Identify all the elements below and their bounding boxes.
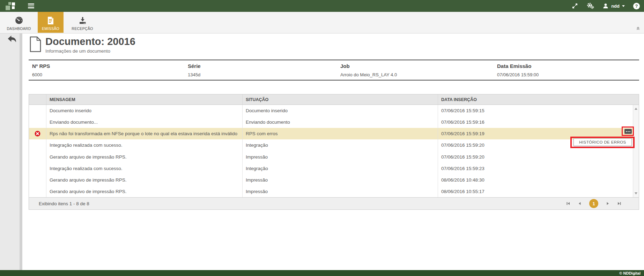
info-value-job: Arroio do Meio_RS_LAY 4.0 [340, 72, 397, 77]
tab-recepcao-label: RECEPÇÃO [72, 26, 93, 31]
previous-page-button[interactable] [578, 201, 582, 206]
left-sidebar [0, 33, 20, 270]
row-situacao: Integração [242, 139, 438, 151]
gauge-icon [14, 16, 24, 25]
help-icon[interactable]: ? [633, 3, 640, 9]
menu-hamburger-icon[interactable] [28, 3, 35, 9]
info-label-job: Job [340, 63, 397, 69]
page-subtitle: Informações de um documento [45, 48, 135, 54]
sidebar-divider [20, 33, 22, 270]
user-menu[interactable]: ndd [602, 3, 625, 9]
annotation-highlight-tooltip [570, 137, 635, 148]
copyright-text: © NDDigital [619, 271, 641, 275]
table-row[interactable]: Gerando arquivo de impressão RPS. Impres… [29, 174, 633, 186]
pager-summary: Exibindo itens 1 - 8 de 8 [39, 201, 89, 206]
tab-recepcao[interactable]: RECEPÇÃO [66, 12, 99, 33]
last-page-button[interactable] [617, 201, 621, 206]
table-rows: Documento inserido Documento inserido 07… [29, 105, 633, 197]
settings-gears-icon[interactable] [586, 2, 594, 9]
column-header-situacao[interactable]: SITUAÇÃO [242, 94, 438, 105]
table-row[interactable]: Enviando documento... Enviando documento… [29, 116, 633, 128]
row-mensagem: Rps não foi transformada em NFSe porque … [46, 128, 242, 139]
row-mensagem: Integração realizada com sucesso. [46, 139, 242, 151]
table-footer: Exibindo itens 1 - 8 de 8 1 [29, 197, 639, 209]
first-page-button[interactable] [566, 201, 570, 206]
vertical-scrollbar[interactable] [633, 105, 639, 197]
row-situacao: Impressão [242, 151, 438, 163]
row-data-insercao: 07/06/2016 15:59:15 [438, 105, 633, 116]
table-row[interactable]: Gerando arquivo de impressão RPS. Impres… [29, 186, 633, 197]
row-data-insercao: 07/06/2016 15:59:23 [438, 163, 633, 174]
column-header-data-insercao[interactable]: DATA INSERÇÃO [438, 94, 639, 105]
module-toolbar: DASHBOARD EMISSÃO RECEPÇÃO [0, 12, 644, 33]
row-data-insercao: 07/06/2016 15:59:16 [438, 116, 633, 128]
row-situacao: Enviando documento [242, 116, 438, 128]
scroll-down-icon[interactable] [635, 192, 637, 194]
back-button[interactable] [7, 35, 17, 46]
collapse-toolbar-icon[interactable] [636, 25, 641, 32]
table-row-error[interactable]: Rps não foi transformada em NFSe porque … [29, 128, 633, 139]
document-icon [47, 16, 54, 25]
row-situacao: RPS com erros [242, 128, 438, 139]
table-header: MENSAGEM SITUAÇÃO DATA INSERÇÃO [29, 94, 639, 105]
info-label-rps: Nº RPS [32, 63, 50, 69]
tab-dashboard[interactable]: DASHBOARD [2, 12, 36, 33]
row-data-insercao: 08/06/2016 10:48:30 [438, 174, 633, 186]
column-header-mensagem[interactable]: MENSAGEM [46, 94, 242, 105]
info-value-serie: 1345d [188, 72, 201, 77]
next-page-button[interactable] [606, 201, 610, 206]
app-logo [6, 1, 16, 11]
bottom-status-bar: © NDDigital [0, 270, 644, 276]
table-row[interactable]: Integração realizada com sucesso. Integr… [29, 139, 633, 151]
tab-emissao-label: EMISSÃO [42, 26, 59, 31]
tab-dashboard-label: DASHBOARD [7, 26, 31, 31]
row-mensagem: Gerando arquivo de impressão RPS. [46, 174, 242, 186]
row-mensagem: Documento inserido [46, 105, 242, 116]
row-data-insercao: 07/06/2016 15:59:20 [438, 151, 633, 163]
row-data-insercao: 08/06/2016 10:55:17 [438, 186, 633, 197]
info-label-data-emissao: Data Emissão [497, 63, 539, 69]
fullscreen-icon[interactable] [572, 3, 578, 9]
scroll-up-icon[interactable] [635, 108, 637, 110]
page-title: Documento: 20016 [45, 36, 135, 47]
row-situacao: Integração [242, 163, 438, 174]
info-label-serie: Série [188, 63, 201, 69]
user-name: ndd [611, 3, 620, 9]
chevron-down-icon [622, 5, 625, 7]
table-row[interactable]: Documento inserido Documento inserido 07… [29, 105, 633, 116]
info-value-data-emissao: 07/06/2016 15:59:00 [497, 72, 539, 77]
row-situacao: Impressão [242, 186, 438, 197]
tab-emissao[interactable]: EMISSÃO [38, 12, 64, 33]
current-page-button[interactable]: 1 [589, 199, 598, 208]
application-window: ndd ? DASHBOARD [0, 0, 644, 276]
table-row[interactable]: Integração realizada com sucesso. Integr… [29, 163, 633, 174]
back-arrow-icon [7, 35, 17, 44]
messages-table: MENSAGEM SITUAÇÃO DATA INSERÇÃO Document… [29, 94, 639, 210]
document-info-panel: Nº RPS 6000 Série 1345d Job Arroio do Me… [29, 60, 639, 80]
row-mensagem: Enviando documento... [46, 116, 242, 128]
error-icon [35, 131, 40, 137]
document-outline-icon [29, 36, 42, 52]
row-situacao: Documento inserido [242, 105, 438, 116]
info-value-rps: 6000 [32, 72, 50, 77]
user-icon [602, 3, 609, 9]
pagination: 1 [566, 199, 621, 208]
row-mensagem: Gerando arquivo de impressão RPS. [46, 186, 242, 197]
row-mensagem: Integração realizada com sucesso. [46, 163, 242, 174]
row-mensagem: Gerando arquivo de impressão RPS. [46, 151, 242, 163]
annotation-highlight-actions-button [622, 127, 634, 136]
table-row[interactable]: Gerando arquivo de impressão RPS. Impres… [29, 151, 633, 163]
row-situacao: Impressão [242, 174, 438, 186]
top-navigation-bar: ndd ? [0, 0, 644, 12]
download-icon [79, 16, 87, 25]
